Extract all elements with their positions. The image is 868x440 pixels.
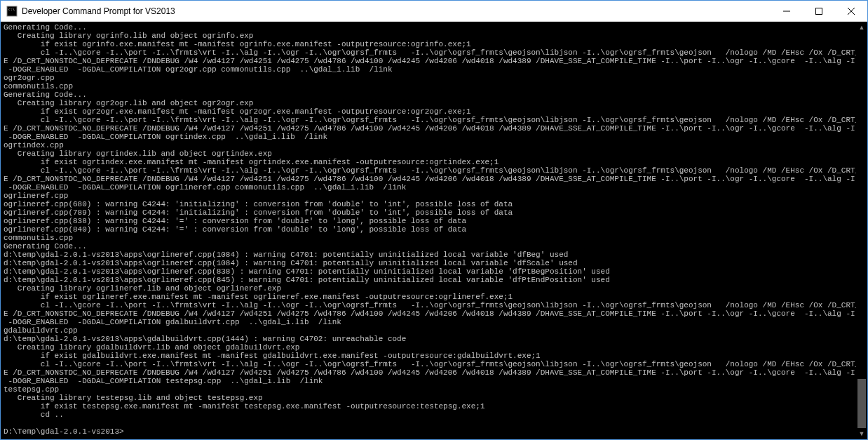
maximize-button[interactable]: [803, 1, 835, 21]
terminal-output[interactable]: Generating Code... Creating library ogri…: [1, 22, 856, 439]
window-title: Developer Command Prompt for VS2013: [22, 6, 771, 16]
minimize-button[interactable]: [771, 1, 803, 21]
close-button[interactable]: [835, 1, 867, 21]
titlebar: c:\ Developer Command Prompt for VS2013: [1, 1, 867, 22]
svg-rect-3: [816, 8, 822, 14]
scroll-down-arrow[interactable]: ▼: [856, 428, 867, 439]
terminal-wrap: Generating Code... Creating library ogri…: [1, 22, 867, 439]
window-controls: [771, 1, 867, 21]
scroll-up-arrow[interactable]: ▲: [856, 22, 867, 33]
svg-text:c:\: c:\: [8, 7, 15, 11]
scroll-thumb[interactable]: [857, 379, 866, 428]
scroll-track[interactable]: [856, 33, 867, 428]
app-icon: c:\: [6, 6, 18, 17]
vertical-scrollbar[interactable]: ▲ ▼: [856, 22, 867, 439]
